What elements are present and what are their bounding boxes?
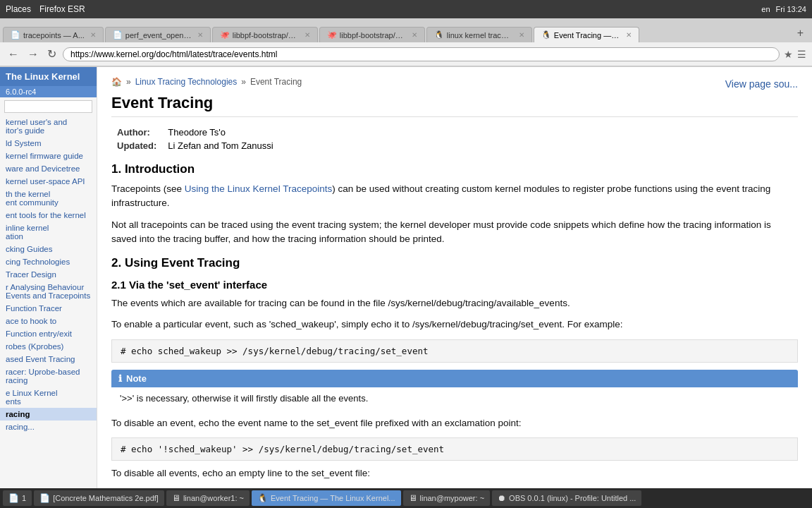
topbar-left: Places Firefox ESR (6, 4, 85, 14)
back-button[interactable]: ← (6, 48, 21, 61)
tab-tab5[interactable]: 🐧linux kernel trace events ...✕ (426, 27, 532, 42)
new-tab-button[interactable]: + (792, 24, 809, 42)
sidebar-item-15[interactable]: robes (Kprobes) (0, 340, 97, 353)
menu-icon[interactable]: ☰ (797, 49, 806, 60)
sidebar-item-14[interactable]: Function entry/exit (0, 327, 97, 340)
sidebar-item-2[interactable]: kernel firmware guide (0, 150, 97, 162)
meta-table: Author: Theodore Ts'o Updated: Li Zefan … (111, 126, 279, 152)
intro-p1: Tracepoints (see Using the Linux Kernel … (111, 182, 798, 211)
browser-chrome: 📄tracepoints — A...✕📄perf_event_open(2) … (0, 18, 812, 67)
para2-1-2: To enable a particular event, such as 's… (111, 318, 798, 332)
clock: Fri 13:24 (776, 5, 806, 13)
home-icon[interactable]: 🏠 (111, 77, 122, 87)
intro-p2: Not all tracepoints can be traced using … (111, 218, 798, 247)
para2-1-3: To disable an event, echo the event name… (111, 416, 798, 430)
sidebar: The Linux Kernel 6.0.0-rc4 kernel user's… (0, 67, 97, 488)
sidebar-title: The Linux Kernel (0, 67, 97, 86)
sidebar-search (0, 97, 97, 116)
para2-1-1: The events which are available for traci… (111, 296, 798, 310)
taskbar-item-0[interactable]: 📄1 (3, 490, 32, 506)
updated-label: Updated: (111, 139, 162, 152)
tab-tab1[interactable]: 📄tracepoints — A...✕ (3, 27, 104, 42)
tab-tab2[interactable]: 📄perf_event_open(2) - Linux ...✕ (105, 27, 211, 42)
taskbar-item-3[interactable]: 🐧Event Tracing — The Linux Kernel... (252, 490, 401, 506)
author-label: Author: (111, 126, 162, 139)
taskbar-item-1[interactable]: 📄[Concrete Mathematics 2e.pdf] (34, 490, 164, 506)
reload-button[interactable]: ↻ (45, 47, 59, 61)
sidebar-version: 6.0.0-rc4 (0, 86, 97, 97)
note-box: ℹ Note '>>' is necessary, otherwise it w… (111, 370, 798, 409)
author-value: Theodore Ts'o (162, 126, 278, 139)
sidebar-item-20[interactable]: racing... (0, 421, 97, 433)
section2-title: 2. Using Event Tracing (111, 256, 798, 270)
sidebar-item-0[interactable]: kernel user's and itor's guide (0, 116, 97, 137)
topbar-right: en Fri 13:24 (761, 5, 806, 13)
breadcrumb-sep1: » (126, 77, 131, 87)
note-header: ℹ Note (111, 370, 798, 387)
firefox-menu[interactable]: Firefox ESR (39, 4, 85, 14)
note-body: '>>' is necessary, otherwise it will fir… (111, 387, 798, 409)
nav-bar: ← → ↻ ★ ☰ (0, 42, 812, 66)
author-row: Author: Theodore Ts'o (111, 126, 279, 139)
sidebar-search-input[interactable] (4, 100, 92, 113)
view-source-link[interactable]: View page sou... (725, 78, 798, 90)
sidebar-item-1[interactable]: ld System (0, 137, 97, 150)
breadcrumb-current: Event Tracing (250, 77, 302, 87)
tracepoints-link[interactable]: Using the Linux Kernel Tracepoints (185, 183, 332, 194)
tab-tab3[interactable]: 🐙libbpf-bootstrap/exampl...✕ (212, 27, 318, 42)
sidebar-item-4[interactable]: kernel user-space API (0, 175, 97, 188)
bookmarks-icon[interactable]: ★ (784, 49, 793, 60)
tab-tab4[interactable]: 🐙libbpf-bootstrap/bootstr...✕ (319, 27, 425, 42)
locale-indicator: en (761, 5, 770, 13)
sidebar-item-19[interactable]: racing (0, 408, 97, 421)
sidebar-item-7[interactable]: inline kernel ation (0, 222, 97, 243)
sidebar-item-17[interactable]: racer: Uprobe-based racing (0, 365, 97, 387)
sidebar-item-8[interactable]: cking Guides (0, 243, 97, 255)
sidebar-item-18[interactable]: e Linux Kernel ents (0, 387, 97, 408)
updated-value: Li Zefan and Tom Zanussi (162, 139, 278, 152)
code-block-1: # echo sched_wakeup >> /sys/kernel/debug… (111, 339, 798, 363)
sidebar-item-10[interactable]: Tracer Design (0, 268, 97, 281)
breadcrumb-sep2: » (241, 77, 246, 87)
places-menu[interactable]: Places (6, 4, 31, 14)
content-area: The Linux Kernel 6.0.0-rc4 kernel user's… (0, 67, 812, 488)
section1-title: 1. Introduction (111, 162, 798, 176)
sidebar-items: kernel user's and itor's guideld Systemk… (0, 116, 97, 433)
note-header-text: Note (126, 373, 147, 384)
breadcrumb-link1[interactable]: Linux Tracing Technologies (135, 77, 238, 87)
code-block-2: # echo '!sched_wakeup' >> /sys/kernel/de… (111, 437, 798, 461)
taskbar-item-4[interactable]: 🖥linan@mypower: ~ (403, 490, 491, 506)
sidebar-item-5[interactable]: th the kernel ent community (0, 188, 97, 209)
url-bar[interactable] (63, 47, 780, 61)
sidebar-item-13[interactable]: ace to hook to (0, 315, 97, 327)
sidebar-item-16[interactable]: ased Event Tracing (0, 353, 97, 365)
system-topbar: Places Firefox ESR en Fri 13:24 (0, 0, 812, 18)
taskbar: 📄1📄[Concrete Mathematics 2e.pdf]🖥linan@w… (0, 488, 812, 508)
page-title: Event Tracing (111, 94, 798, 117)
taskbar-item-5[interactable]: ⏺OBS 0.0.1 (linux) - Profile: Untitled .… (492, 490, 641, 506)
page-content-inner: 🏠 » Linux Tracing Technologies » Event T… (97, 67, 812, 488)
taskbar-item-2[interactable]: 🖥linan@worker1: ~ (166, 490, 250, 506)
forward-button[interactable]: → (25, 48, 41, 61)
breadcrumb: 🏠 » Linux Tracing Technologies » Event T… (111, 74, 302, 87)
sidebar-item-9[interactable]: cing Technologies (0, 255, 97, 268)
sidebar-item-3[interactable]: ware and Devicetree (0, 162, 97, 175)
breadcrumb-row: 🏠 » Linux Tracing Technologies » Event T… (111, 74, 798, 94)
sidebar-item-11[interactable]: r Analysing Behaviour Events and Tracepo… (0, 281, 97, 302)
main-content: 🏠 » Linux Tracing Technologies » Event T… (97, 67, 812, 488)
tab-bar: 📄tracepoints — A...✕📄perf_event_open(2) … (0, 18, 812, 42)
tab-tab6[interactable]: 🐧Event Tracing — The Linux K...✕ (534, 27, 639, 42)
note-icon: ℹ (118, 373, 122, 384)
subsection2-1-title: 2.1 Via the 'set_event' interface (111, 279, 798, 291)
sidebar-item-12[interactable]: Function Tracer (0, 302, 97, 315)
sidebar-item-6[interactable]: ent tools for the kernel (0, 209, 97, 222)
updated-row: Updated: Li Zefan and Tom Zanussi (111, 139, 279, 152)
nav-icons: ★ ☰ (784, 49, 806, 60)
para2-1-4: To disable all events, echo an empty lin… (111, 466, 798, 480)
